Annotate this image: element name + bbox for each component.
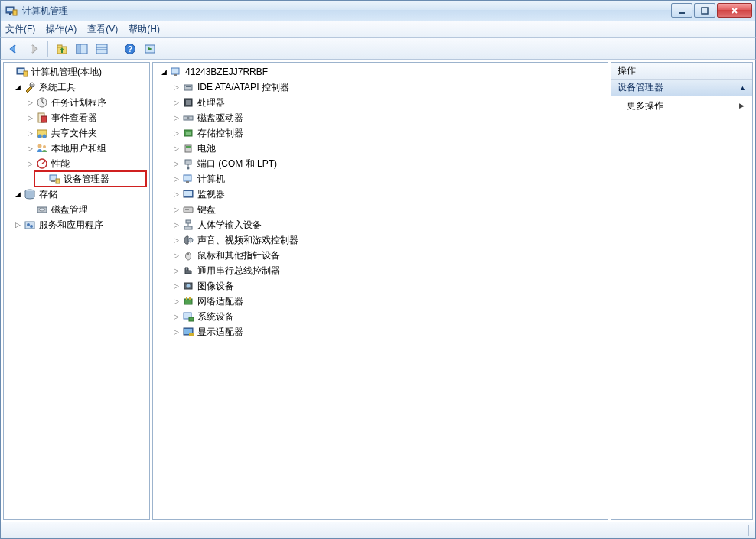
expander-icon[interactable]: ▷: [170, 96, 182, 109]
tree-label: 共享文件夹: [51, 127, 97, 140]
show-hide-tree-button[interactable]: [73, 41, 90, 57]
minimize-button[interactable]: [671, 3, 692, 18]
content-area: ▷ 计算机管理(本地) ◢ 系统工具 ▷ 任务计划程序 ▷ 事件查看器: [0, 60, 756, 522]
tree-label: 图像设备: [197, 280, 234, 293]
svg-rect-10: [77, 44, 80, 54]
device-category[interactable]: ▷网络适配器: [153, 294, 608, 309]
device-category-icon: [182, 157, 194, 170]
tree-performance[interactable]: ▷ 性能: [4, 156, 149, 171]
up-button[interactable]: [54, 41, 70, 57]
expander-icon[interactable]: ▷: [170, 310, 182, 323]
tree-label: 系统设备: [197, 310, 234, 323]
expander-icon[interactable]: ▷: [170, 173, 182, 185]
device-category-icon: [182, 234, 194, 246]
expander-icon[interactable]: ▷: [170, 249, 182, 261]
expander-icon[interactable]: ▷: [170, 142, 182, 154]
statusbar: [0, 522, 756, 539]
tree-disk-management[interactable]: ▷ 磁盘管理: [4, 202, 149, 217]
svg-rect-81: [184, 329, 192, 334]
device-category[interactable]: ▷计算机: [153, 171, 608, 187]
device-category[interactable]: ▷通用串行总线控制器: [153, 263, 608, 278]
device-mgr-icon: [48, 173, 60, 185]
properties-button[interactable]: [93, 41, 110, 57]
window-title: 计算机管理: [22, 5, 670, 18]
device-category[interactable]: ▷磁盘驱动器: [153, 110, 608, 125]
tree-label: 网络适配器: [197, 295, 243, 308]
expander-icon[interactable]: ▷: [170, 188, 182, 200]
tree-label: 存储: [39, 188, 57, 201]
svg-rect-43: [171, 68, 179, 74]
device-category[interactable]: ▷显示适配器: [153, 324, 608, 339]
forward-button[interactable]: [25, 41, 42, 57]
tree-label: 任务计划程序: [51, 96, 106, 109]
maximize-button[interactable]: [694, 3, 715, 18]
device-category[interactable]: ▷IDE ATA/ATAPI 控制器: [153, 80, 608, 95]
menu-help[interactable]: 帮助(H): [129, 23, 160, 36]
svg-rect-6: [702, 8, 708, 14]
tree-system-tools[interactable]: ◢ 系统工具: [4, 80, 149, 95]
expander-icon[interactable]: ▷: [24, 157, 36, 170]
menu-file[interactable]: 文件(F): [5, 23, 35, 36]
actions-subheader-label: 设备管理器: [618, 81, 663, 94]
expander-icon[interactable]: ▷: [24, 127, 36, 139]
device-category[interactable]: ▷处理器: [153, 95, 608, 110]
svg-point-51: [187, 117, 190, 119]
action-button[interactable]: [142, 41, 158, 57]
resize-grip[interactable]: [748, 525, 751, 536]
expander-icon[interactable]: ▷: [170, 295, 182, 307]
tree-device-manager[interactable]: ▷ 设备管理器: [34, 171, 146, 187]
tree-shared-folders[interactable]: ▷ 共享文件夹: [4, 125, 149, 141]
tree-services-apps[interactable]: ▷ 服务和应用程序: [4, 217, 149, 232]
menu-action[interactable]: 操作(A): [46, 23, 77, 36]
expander-icon[interactable]: ▷: [170, 127, 182, 139]
tree-label: 显示适配器: [197, 326, 243, 339]
help-button[interactable]: ?: [122, 41, 138, 57]
svg-rect-47: [186, 86, 191, 87]
expander-icon[interactable]: ▷: [170, 157, 182, 170]
expander-icon[interactable]: ◢: [11, 188, 24, 200]
tree-event-viewer[interactable]: ▷ 事件查看器: [4, 110, 149, 125]
expander-icon[interactable]: ▷: [170, 280, 182, 292]
expander-icon[interactable]: ▷: [11, 219, 24, 231]
more-actions-item[interactable]: 更多操作 ▶: [611, 96, 752, 115]
device-category[interactable]: ▷监视器: [153, 187, 608, 202]
tree-storage[interactable]: ◢ 存储: [4, 187, 149, 202]
expander-icon[interactable]: ▷: [170, 234, 182, 246]
device-category[interactable]: ▷鼠标和其他指针设备: [153, 248, 608, 263]
expander-icon[interactable]: ▷: [170, 219, 182, 231]
svg-rect-1: [7, 8, 13, 11]
device-category[interactable]: ▷人体学输入设备: [153, 217, 608, 232]
svg-rect-59: [184, 175, 191, 181]
device-category-icon: [182, 96, 194, 109]
back-button[interactable]: [5, 41, 22, 57]
expander-icon[interactable]: ◢: [11, 81, 24, 93]
expander-icon[interactable]: ▷: [24, 96, 36, 109]
actions-subheader[interactable]: 设备管理器 ▲: [611, 80, 752, 96]
device-root[interactable]: ◢ 41243BZEJJ7RRBF: [153, 64, 608, 80]
device-category[interactable]: ▷存储控制器: [153, 125, 608, 141]
close-button[interactable]: [717, 3, 752, 18]
tree-local-users[interactable]: ▷ 本地用户和组: [4, 141, 149, 156]
expander-icon[interactable]: ▷: [170, 81, 182, 93]
expander-icon[interactable]: ▷: [170, 326, 182, 338]
device-category-icon: [182, 112, 194, 124]
device-category[interactable]: ▷系统设备: [153, 309, 608, 324]
svg-point-28: [38, 135, 42, 138]
device-category[interactable]: ▷电池: [153, 141, 608, 156]
device-category[interactable]: ▷键盘: [153, 202, 608, 217]
expander-icon[interactable]: ▷: [170, 265, 182, 277]
tree-task-scheduler[interactable]: ▷ 任务计划程序: [4, 95, 149, 110]
device-category-icon: [182, 310, 194, 323]
expander-icon[interactable]: ▷: [24, 112, 36, 124]
expander-icon[interactable]: ▷: [24, 142, 36, 154]
expander-icon[interactable]: ◢: [158, 66, 170, 78]
menu-view[interactable]: 查看(V): [87, 23, 118, 36]
tree-label: 人体学输入设备: [197, 219, 262, 232]
window-controls: [670, 3, 752, 18]
expander-icon[interactable]: ▷: [170, 112, 182, 124]
device-category[interactable]: ▷端口 (COM 和 LPT): [153, 156, 608, 171]
device-category[interactable]: ▷声音、视频和游戏控制器: [153, 232, 608, 248]
device-category[interactable]: ▷图像设备: [153, 278, 608, 294]
expander-icon[interactable]: ▷: [170, 203, 182, 216]
tree-root[interactable]: ▷ 计算机管理(本地): [4, 64, 149, 80]
